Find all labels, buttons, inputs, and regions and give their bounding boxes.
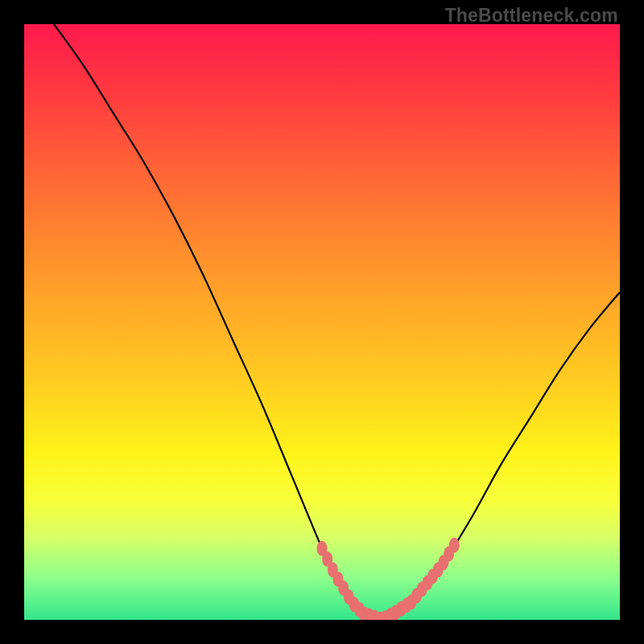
chart-frame: TheBottleneck.com <box>0 0 644 644</box>
bottleneck-curve <box>54 24 620 620</box>
curve-marker <box>449 538 460 553</box>
marker-group <box>317 538 460 620</box>
plot-area <box>24 24 620 620</box>
watermark-text: TheBottleneck.com <box>444 5 618 27</box>
bottleneck-curve-svg <box>24 24 620 620</box>
curve-group <box>54 24 620 620</box>
